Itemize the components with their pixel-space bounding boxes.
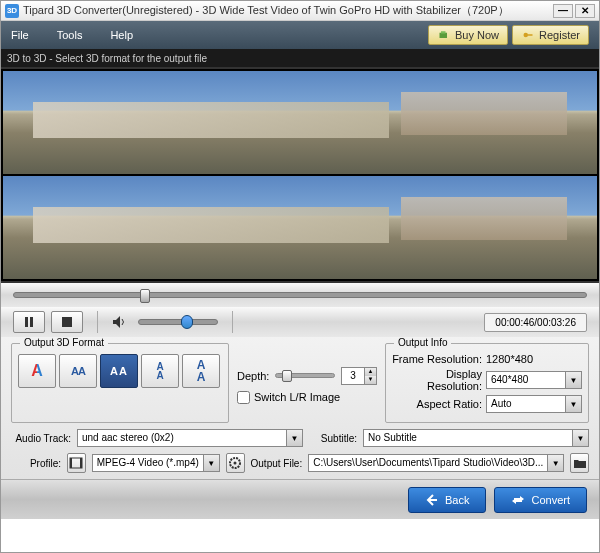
audio-track-value: und aac stereo (0x2): [78, 430, 286, 446]
svg-rect-9: [70, 458, 72, 468]
aspect-ratio-label: Aspect Ratio:: [392, 398, 486, 410]
chevron-down-icon[interactable]: ▼: [572, 430, 588, 446]
back-button[interactable]: Back: [408, 487, 486, 513]
volume-icon: [112, 315, 126, 329]
buy-now-button[interactable]: Buy Now: [428, 25, 508, 45]
output-file-field[interactable]: C:\Users\User\Documents\Tipard Studio\Vi…: [308, 454, 564, 472]
switch-lr-label: Switch L/R Image: [254, 391, 340, 403]
time-display: 00:00:46/00:03:26: [484, 313, 587, 332]
svg-rect-0: [440, 33, 448, 38]
convert-icon: [511, 493, 525, 507]
convert-button[interactable]: Convert: [494, 487, 587, 513]
profile-icon-button[interactable]: [67, 453, 86, 473]
close-button[interactable]: ✕: [575, 4, 595, 18]
profile-settings-button[interactable]: [226, 453, 245, 473]
switch-lr-checkbox[interactable]: [237, 391, 250, 404]
depth-slider[interactable]: [275, 373, 335, 378]
profile-label: Profile:: [11, 458, 61, 469]
depth-thumb[interactable]: [282, 370, 292, 382]
format-anaglyph-button[interactable]: A: [18, 354, 56, 388]
menu-file[interactable]: File: [11, 29, 29, 41]
minimize-button[interactable]: —: [553, 4, 573, 18]
format-tb-half-button[interactable]: A A: [141, 354, 179, 388]
display-resolution-label: Display Resolution:: [392, 368, 486, 392]
svg-rect-3: [527, 34, 532, 36]
browse-output-button[interactable]: [570, 453, 589, 473]
footer-bar: Back Convert: [1, 479, 599, 519]
seek-thumb[interactable]: [140, 289, 150, 303]
chevron-down-icon[interactable]: ▼: [286, 430, 302, 446]
depth-input[interactable]: [342, 368, 364, 384]
separator: [97, 311, 98, 333]
depth-label: Depth:: [237, 370, 269, 382]
back-arrow-icon: [425, 493, 439, 507]
video-preview-top: [3, 71, 597, 174]
settings-panel: Output 3D Format A AA AA A A A A Depth: …: [1, 337, 599, 479]
buy-now-label: Buy Now: [455, 29, 499, 41]
frame-resolution-value: 1280*480: [486, 353, 582, 365]
anaglyph-icon: A: [31, 362, 43, 380]
depth-controls: Depth: ▲▼ Switch L/R Image: [237, 343, 377, 423]
svg-marker-7: [113, 316, 120, 328]
format-sbs-full-button[interactable]: AA: [100, 354, 138, 388]
format-tb-full-button[interactable]: A A: [182, 354, 220, 388]
display-resolution-select[interactable]: 640*480 ▼: [486, 371, 582, 389]
svg-point-12: [234, 462, 237, 465]
aspect-ratio-value: Auto: [487, 396, 565, 412]
cart-icon: [437, 29, 451, 41]
subtitle-value: No Subtitle: [364, 430, 572, 446]
subtitle-select[interactable]: No Subtitle ▼: [363, 429, 589, 447]
mode-header: 3D to 3D - Select 3D format for the outp…: [1, 49, 599, 67]
svg-rect-1: [441, 31, 446, 33]
svg-rect-4: [25, 317, 28, 327]
frame-resolution-label: Frame Resolution:: [392, 353, 486, 365]
pause-button[interactable]: [13, 311, 45, 333]
stop-icon: [62, 317, 72, 327]
chevron-down-icon[interactable]: ▼: [203, 455, 219, 471]
output-info-legend: Output Info: [394, 337, 451, 348]
playback-controls: 00:00:46/00:03:26: [1, 307, 599, 337]
chevron-down-icon[interactable]: ▼: [565, 396, 581, 412]
chevron-down-icon[interactable]: ▼: [565, 372, 581, 388]
audio-track-select[interactable]: und aac stereo (0x2) ▼: [77, 429, 303, 447]
audio-track-label: Audio Track:: [11, 433, 71, 444]
output-file-value: C:\Users\User\Documents\Tipard Studio\Vi…: [309, 455, 547, 471]
window-title: Tipard 3D Converter(Unregistered) - 3D W…: [23, 3, 551, 18]
depth-down[interactable]: ▼: [365, 376, 376, 384]
subtitle-label: Subtitle:: [309, 433, 357, 444]
volume-thumb[interactable]: [181, 315, 193, 329]
gear-icon: [229, 457, 241, 469]
key-icon: [521, 29, 535, 41]
convert-label: Convert: [531, 494, 570, 506]
depth-spinner[interactable]: ▲▼: [341, 367, 377, 385]
stop-button[interactable]: [51, 311, 83, 333]
output-info-group: Output Info Frame Resolution: 1280*480 D…: [385, 343, 589, 423]
menu-help[interactable]: Help: [110, 29, 133, 41]
pause-icon: [24, 317, 34, 327]
video-preview-bottom: [3, 176, 597, 279]
svg-rect-6: [62, 317, 72, 327]
video-format-icon: [69, 457, 83, 469]
display-resolution-value: 640*480: [487, 372, 565, 388]
output-file-label: Output File:: [251, 458, 303, 469]
menu-bar: File Tools Help Buy Now Register: [1, 21, 599, 49]
chevron-down-icon[interactable]: ▼: [547, 455, 563, 471]
menu-tools[interactable]: Tools: [57, 29, 83, 41]
seek-slider[interactable]: [13, 292, 587, 298]
timeline: [1, 283, 599, 307]
format-sbs-half-button[interactable]: AA: [59, 354, 97, 388]
output-format-group: Output 3D Format A AA AA A A A A: [11, 343, 229, 423]
aspect-ratio-select[interactable]: Auto ▼: [486, 395, 582, 413]
register-button[interactable]: Register: [512, 25, 589, 45]
video-preview: [1, 67, 599, 283]
title-bar: 3D Tipard 3D Converter(Unregistered) - 3…: [1, 1, 599, 21]
app-icon: 3D: [5, 4, 19, 18]
separator: [232, 311, 233, 333]
profile-select[interactable]: MPEG-4 Video (*.mp4) ▼: [92, 454, 220, 472]
output-format-legend: Output 3D Format: [20, 337, 108, 348]
register-label: Register: [539, 29, 580, 41]
profile-value: MPEG-4 Video (*.mp4): [93, 455, 203, 471]
depth-up[interactable]: ▲: [365, 368, 376, 376]
back-label: Back: [445, 494, 469, 506]
volume-slider[interactable]: [138, 319, 218, 325]
